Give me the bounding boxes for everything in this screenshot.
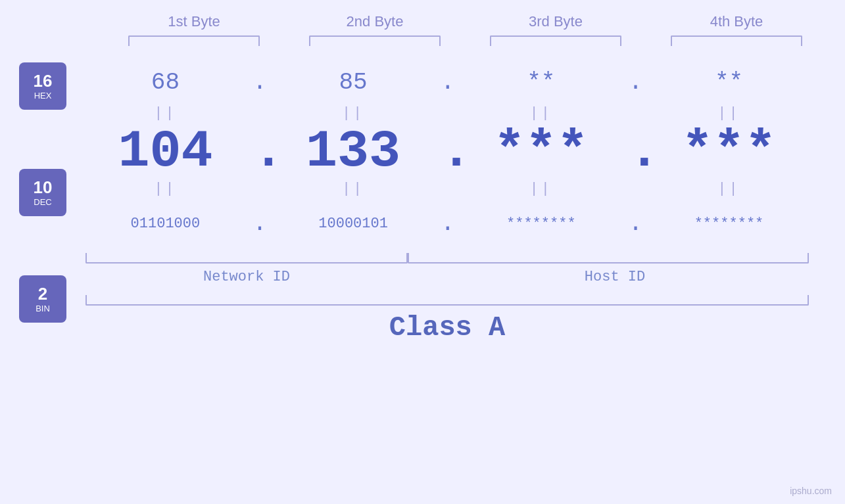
bin-label: BIN bbox=[36, 304, 50, 313]
dec-byte1: 104 bbox=[93, 122, 237, 181]
byte4-header: 4th Byte bbox=[664, 13, 809, 30]
dot-dec-1: . bbox=[253, 122, 266, 181]
dec-row: 104 . 133 . *** . *** bbox=[85, 125, 809, 177]
bin-byte1: 01101000 bbox=[93, 216, 237, 232]
dot-bin-2: . bbox=[441, 210, 454, 237]
hex-row: 68 . 85 . ** . ** bbox=[85, 62, 809, 102]
hex-number: 16 bbox=[34, 72, 53, 91]
dec-label: DEC bbox=[34, 197, 51, 207]
top-brackets bbox=[104, 35, 827, 46]
dec-byte3: *** bbox=[469, 122, 614, 181]
eq1-byte2: || bbox=[281, 105, 425, 122]
eq1-byte1: || bbox=[93, 105, 237, 122]
byte1-header: 1st Byte bbox=[122, 13, 266, 30]
content-area: 16 HEX 10 DEC 2 BIN 68 . 85 . ** . ** bbox=[0, 56, 845, 344]
host-id-label: Host ID bbox=[421, 269, 809, 285]
eq2-byte4: || bbox=[656, 181, 801, 197]
dot-bin-3: . bbox=[629, 210, 642, 237]
hex-badge: 16 HEX bbox=[19, 62, 66, 110]
byte2-header: 2nd Byte bbox=[302, 13, 447, 30]
dot-hex-2: . bbox=[441, 69, 454, 96]
bin-byte2: 10000101 bbox=[281, 216, 425, 232]
bin-byte3: ******** bbox=[469, 216, 614, 232]
network-bracket bbox=[85, 253, 408, 263]
dot-hex-1: . bbox=[253, 69, 266, 96]
dot-dec-3: . bbox=[629, 122, 642, 181]
bracket-byte1 bbox=[128, 35, 260, 46]
dec-byte2: 133 bbox=[281, 122, 425, 181]
bin-byte4: ******** bbox=[656, 216, 801, 232]
dot-dec-2: . bbox=[441, 122, 454, 181]
hex-label: HEX bbox=[34, 91, 52, 101]
bin-row: 01101000 . 10000101 . ******** . *******… bbox=[85, 200, 809, 246]
bin-badge: 2 BIN bbox=[19, 275, 66, 323]
base-labels-column: 16 HEX 10 DEC 2 BIN bbox=[0, 56, 85, 344]
dot-hex-3: . bbox=[629, 69, 642, 96]
dec-byte4: *** bbox=[656, 122, 801, 181]
eq2-byte3: || bbox=[469, 181, 614, 197]
class-label: Class A bbox=[85, 312, 809, 344]
host-bracket bbox=[408, 253, 809, 263]
watermark: ipshu.com bbox=[790, 486, 832, 496]
eq2-byte2: || bbox=[281, 181, 425, 197]
hex-byte4: ** bbox=[656, 69, 801, 96]
network-id-label: Network ID bbox=[85, 269, 408, 285]
bracket-byte3 bbox=[490, 35, 621, 46]
long-bracket bbox=[85, 295, 809, 306]
eq1-byte3: || bbox=[469, 105, 614, 122]
hex-byte3: ** bbox=[469, 69, 614, 96]
dot-bin-1: . bbox=[253, 210, 266, 237]
byte-headers: 1st Byte 2nd Byte 3rd Byte 4th Byte bbox=[104, 13, 827, 30]
data-grid: 68 . 85 . ** . ** || || || || 104 bbox=[85, 56, 845, 344]
bracket-byte4 bbox=[671, 35, 802, 46]
dec-number: 10 bbox=[34, 178, 53, 197]
bin-number: 2 bbox=[38, 285, 47, 304]
bottom-brackets bbox=[85, 253, 809, 263]
eq2-byte1: || bbox=[93, 181, 237, 197]
eq1-byte4: || bbox=[656, 105, 801, 122]
bracket-byte2 bbox=[309, 35, 441, 46]
hex-byte2: 85 bbox=[281, 69, 425, 96]
main-container: 1st Byte 2nd Byte 3rd Byte 4th Byte 16 H… bbox=[0, 0, 845, 504]
equals-row-2: || || || || bbox=[85, 177, 809, 200]
long-bracket-row bbox=[85, 295, 809, 306]
dec-badge: 10 DEC bbox=[19, 169, 66, 216]
byte3-header: 3rd Byte bbox=[483, 13, 628, 30]
id-labels: Network ID Host ID bbox=[85, 269, 809, 285]
hex-byte1: 68 bbox=[93, 69, 237, 96]
